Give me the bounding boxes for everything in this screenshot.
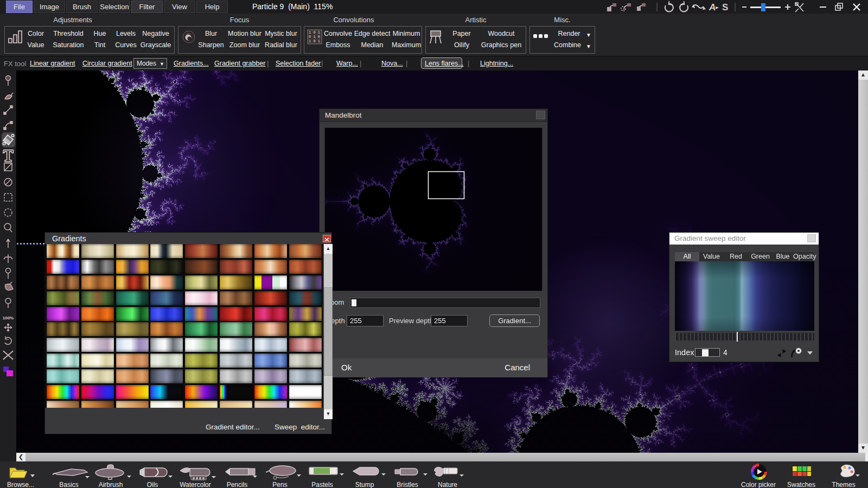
svg-text:A: A [709, 2, 716, 12]
svg-text:1 0 1: 1 0 1 [309, 39, 320, 43]
svg-text:S: S [722, 2, 728, 12]
svg-text:0 1 0: 0 1 0 [309, 35, 320, 39]
svg-text:1 0 1: 1 0 1 [309, 30, 320, 35]
svg-text:100%: 100% [3, 316, 14, 320]
